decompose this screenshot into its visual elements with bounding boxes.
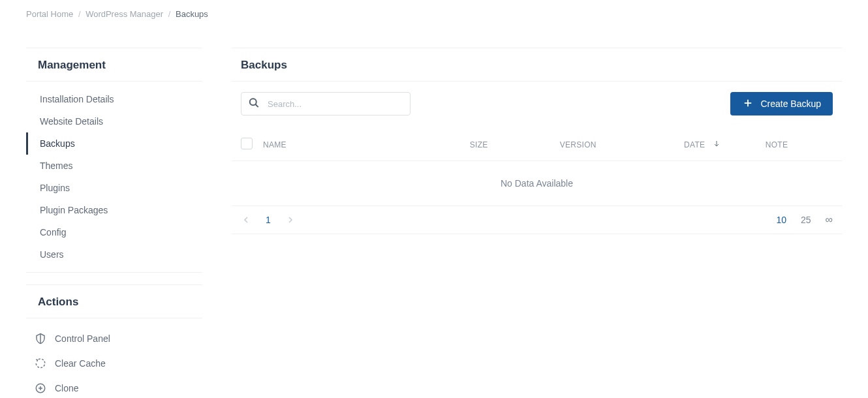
sidebar-item-config[interactable]: Config bbox=[26, 221, 202, 243]
search-box bbox=[241, 92, 411, 115]
column-date[interactable]: DATE bbox=[634, 140, 721, 149]
action-item-clone[interactable]: Clone bbox=[26, 376, 202, 398]
page-current[interactable]: 1 bbox=[266, 215, 271, 225]
sidebar-item-website-details[interactable]: Website Details bbox=[26, 110, 202, 132]
per-page-25[interactable]: 25 bbox=[801, 215, 811, 225]
sidebar-item-plugin-packages[interactable]: Plugin Packages bbox=[26, 199, 202, 221]
column-size[interactable]: SIZE bbox=[436, 140, 522, 149]
create-backup-label: Create Backup bbox=[760, 99, 821, 109]
page-next-button[interactable] bbox=[285, 215, 296, 225]
sidebar-item-plugins[interactable]: Plugins bbox=[26, 177, 202, 199]
column-note[interactable]: NOTE bbox=[721, 140, 833, 149]
breadcrumb-sep: / bbox=[78, 9, 81, 19]
per-page-infinity[interactable]: ∞ bbox=[826, 214, 833, 226]
sidebar-management-list: Installation Details Website Details Bac… bbox=[26, 82, 202, 273]
table-empty-state: No Data Available bbox=[232, 161, 842, 206]
plus-circle-icon bbox=[34, 382, 47, 395]
action-item-control-panel[interactable]: Control Panel bbox=[26, 326, 202, 351]
sidebar-actions-list: Control Panel Clear Cache Clone bbox=[26, 318, 202, 398]
sidebar-management-title: Management bbox=[26, 48, 202, 82]
svg-line-4 bbox=[256, 104, 258, 107]
sidebar-actions-title: Actions bbox=[26, 284, 202, 318]
breadcrumb-sep: / bbox=[168, 9, 171, 19]
breadcrumb-home[interactable]: Portal Home bbox=[26, 9, 73, 19]
search-input[interactable] bbox=[241, 92, 411, 115]
svg-point-3 bbox=[250, 99, 256, 105]
sidebar-item-themes[interactable]: Themes bbox=[26, 155, 202, 177]
breadcrumb-manager[interactable]: WordPress Manager bbox=[85, 9, 163, 19]
page-prev-button[interactable] bbox=[241, 215, 251, 225]
action-item-label: Clone bbox=[55, 383, 79, 393]
per-page-10[interactable]: 10 bbox=[776, 215, 786, 225]
arrow-down-icon bbox=[713, 140, 721, 149]
plus-icon bbox=[742, 97, 754, 111]
backup-table: NAME SIZE VERSION DATE NOTE No Data Avai… bbox=[232, 129, 842, 234]
create-backup-button[interactable]: Create Backup bbox=[730, 92, 833, 115]
action-item-label: Control Panel bbox=[55, 333, 110, 344]
column-name[interactable]: NAME bbox=[263, 140, 436, 149]
shield-icon bbox=[34, 332, 47, 345]
pagination: 1 10 25 ∞ bbox=[232, 206, 842, 234]
search-icon bbox=[247, 97, 260, 112]
breadcrumb-current: Backups bbox=[176, 9, 208, 19]
action-item-clear-cache[interactable]: Clear Cache bbox=[26, 351, 202, 376]
page-title: Backups bbox=[232, 48, 842, 82]
column-version[interactable]: VERSION bbox=[522, 140, 634, 149]
sidebar-item-backups[interactable]: Backups bbox=[26, 132, 202, 155]
main-content: Backups Create Backup NAME S bbox=[232, 48, 842, 398]
sidebar-item-users[interactable]: Users bbox=[26, 243, 202, 266]
column-date-label: DATE bbox=[684, 140, 705, 149]
refresh-icon bbox=[34, 357, 47, 370]
breadcrumb: Portal Home / WordPress Manager / Backup… bbox=[0, 0, 868, 28]
select-all-checkbox[interactable] bbox=[241, 138, 253, 149]
pagination-per-page: 10 25 ∞ bbox=[776, 214, 833, 226]
sidebar-item-installation-details[interactable]: Installation Details bbox=[26, 88, 202, 110]
toolbar: Create Backup bbox=[232, 82, 842, 126]
sidebar: Management Installation Details Website … bbox=[26, 48, 202, 398]
pagination-pages: 1 bbox=[241, 215, 296, 225]
action-item-label: Clear Cache bbox=[55, 358, 106, 369]
table-header: NAME SIZE VERSION DATE NOTE bbox=[232, 129, 842, 161]
